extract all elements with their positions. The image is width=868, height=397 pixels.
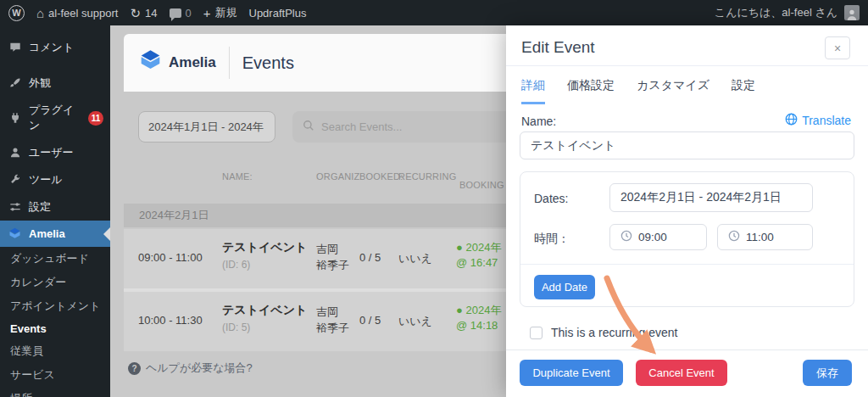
new-content-menu[interactable]: + 新規 — [203, 5, 237, 20]
sidebar-item-settings[interactable]: 設定 — [0, 193, 110, 221]
close-button[interactable]: × — [825, 36, 850, 59]
sidebar-sub-appointments[interactable]: アポイントメント — [0, 294, 110, 318]
col-header-recurring: RECURRING — [398, 171, 456, 182]
updates-count: 14 — [145, 7, 157, 20]
save-button[interactable]: 保存 — [803, 360, 852, 386]
account-menu[interactable]: こんにちは、al-feel さん — [715, 0, 860, 25]
sidebar-item-appearance[interactable]: 外観 — [0, 70, 110, 97]
header-divider — [229, 47, 230, 79]
help-icon: ? — [128, 362, 141, 375]
date-range-filter[interactable]: 2024年1月1日 - 2024年 — [138, 111, 275, 143]
group-date-label: 2024年2月1日 — [139, 208, 209, 223]
sidebar-item-label: 設定 — [29, 199, 51, 215]
tab-settings[interactable]: 設定 — [732, 78, 755, 104]
duplicate-event-button[interactable]: Duplicate Event — [520, 360, 623, 386]
event-booked: 0 / 5 — [359, 251, 381, 264]
wordpress-admin-screen: W ⌂ al-feel support ↻ 14 0 + 新規 UpdraftP… — [0, 0, 868, 397]
sidebar-sub-events[interactable]: Events — [0, 318, 110, 339]
amelia-logo-icon — [139, 49, 162, 76]
tab-customize[interactable]: カスタマイズ — [637, 78, 709, 104]
greeting-text: こんにちは、al-feel さん — [715, 5, 837, 20]
home-icon: ⌂ — [36, 7, 44, 20]
updraftplus-label: UpdraftPlus — [249, 7, 307, 20]
recurring-checkbox[interactable] — [530, 327, 542, 339]
event-time: 09:00 - 11:00 — [138, 251, 203, 264]
col-header-name: NAME: — [222, 171, 253, 182]
date-time-section: Dates: 2024年2月1日 - 2024年2月1日 時間： 09:00 1… — [520, 171, 854, 307]
comments-icon — [170, 8, 181, 18]
end-time-value: 11:00 — [746, 231, 774, 243]
sidebar-item-amelia[interactable]: Amelia — [0, 221, 110, 247]
recurring-event-row: This is a recurring event — [530, 326, 677, 339]
event-dates-field[interactable]: 2024年2月1日 - 2024年2月1日 — [609, 183, 813, 212]
event-name: テストイベント — [222, 240, 307, 255]
event-booking-status: ● 2024年@ 16:47 — [456, 240, 501, 271]
sidebar-sub-dashboard[interactable]: ダッシュボード — [0, 247, 110, 271]
event-name-field[interactable]: テストイベント — [520, 131, 854, 159]
modal-tabs: 詳細 価格設定 カスタマイズ 設定 — [521, 78, 755, 104]
wrench-icon — [8, 174, 21, 187]
updraftplus-menu[interactable]: UpdraftPlus — [249, 7, 307, 20]
updates-menu[interactable]: ↻ 14 — [130, 7, 157, 20]
brand-label: Amelia — [169, 54, 216, 71]
comment-icon — [8, 42, 21, 54]
admin-bar: W ⌂ al-feel support ↻ 14 0 + 新規 UpdraftP… — [0, 0, 868, 25]
sidebar-item-label: ツール — [29, 172, 63, 187]
modal-footer: Duplicate Event Cancel Event 保存 — [506, 349, 868, 397]
edit-event-modal: Edit Event × 詳細 価格設定 カスタマイズ 設定 Name: Tra… — [506, 25, 868, 397]
modal-divider — [506, 65, 868, 66]
translate-label: Translate — [802, 114, 851, 127]
wordpress-logo-icon[interactable]: W — [8, 5, 25, 21]
help-label: ヘルプが必要な場合? — [146, 361, 253, 376]
admin-sidebar: コメント 外観 プラグイン 11 ユーザー ツール — [0, 25, 110, 397]
sidebar-sub-employees[interactable]: 従業員 — [0, 339, 110, 363]
amelia-logo-icon — [8, 227, 21, 240]
site-menu[interactable]: ⌂ al-feel support — [36, 7, 118, 20]
event-booking-status: ● 2024年@ 14:18 — [456, 303, 501, 333]
event-id: (ID: 5) — [222, 322, 250, 333]
event-name: テストイベント — [222, 303, 307, 318]
add-date-button[interactable]: Add Date — [534, 275, 595, 299]
event-organizer: 吉岡裕季子 — [316, 241, 349, 273]
start-time-field[interactable]: 09:00 — [609, 224, 707, 250]
cancel-event-button[interactable]: Cancel Event — [636, 360, 727, 386]
globe-icon — [785, 113, 798, 128]
updates-icon: ↻ — [130, 7, 141, 20]
sliders-icon — [8, 201, 21, 214]
end-time-field[interactable]: 11:00 — [717, 224, 813, 250]
close-icon: × — [834, 42, 841, 55]
sidebar-sub-services[interactable]: サービス — [0, 363, 110, 387]
sidebar-item-plugins[interactable]: プラグイン 11 — [0, 97, 110, 139]
paintbrush-icon — [8, 77, 21, 90]
recurring-label: This is a recurring event — [551, 326, 677, 339]
event-recurring: いいえ — [398, 251, 432, 266]
help-link[interactable]: ? ヘルプが必要な場合? — [128, 361, 253, 376]
tab-pricing[interactable]: 価格設定 — [567, 78, 615, 104]
name-label: Name: — [521, 115, 556, 128]
tab-details[interactable]: 詳細 — [521, 78, 545, 104]
user-icon — [8, 147, 21, 159]
clock-icon — [620, 230, 632, 244]
section-divider — [520, 264, 854, 265]
sidebar-item-label: コメント — [29, 40, 74, 55]
search-placeholder: Search Events... — [321, 120, 402, 133]
col-header-booked: BOOKED: — [359, 171, 403, 182]
sidebar-item-tools[interactable]: ツール — [0, 166, 110, 193]
start-time-value: 09:00 — [638, 231, 667, 243]
dates-label: Dates: — [534, 192, 568, 205]
event-name-value: テストイベント — [531, 138, 615, 154]
translate-link[interactable]: Translate — [785, 113, 851, 128]
sidebar-item-comments[interactable]: コメント — [0, 34, 110, 61]
avatar — [844, 5, 860, 20]
clock-icon — [728, 230, 740, 244]
comments-menu[interactable]: 0 — [170, 7, 192, 20]
sidebar-item-label: プラグイン — [29, 103, 81, 133]
sidebar-item-users[interactable]: ユーザー — [0, 139, 110, 166]
add-date-label: Add Date — [542, 281, 587, 294]
date-range-value: 2024年1月1日 - 2024年 — [148, 120, 264, 135]
sidebar-item-label: Amelia — [29, 227, 65, 240]
event-dates-value: 2024年2月1日 - 2024年2月1日 — [620, 190, 782, 205]
amelia-brand: Amelia — [139, 49, 216, 76]
sidebar-sub-calendar[interactable]: カレンダー — [0, 271, 110, 294]
sidebar-sub-locations[interactable]: 場所 — [0, 387, 110, 397]
